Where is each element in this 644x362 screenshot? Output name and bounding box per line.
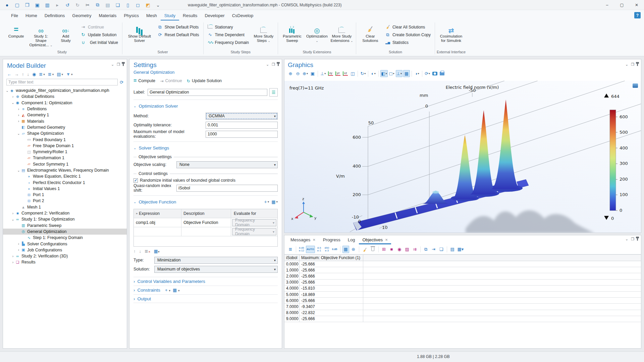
- new-file-icon[interactable]: ▢: [13, 1, 21, 9]
- menu-item-definitions[interactable]: Definitions: [41, 11, 69, 20]
- max-evaluations-input[interactable]: 1000: [206, 131, 278, 138]
- zoom-to-selection-icon[interactable]: ◩: [144, 1, 152, 9]
- close-tab-icon[interactable]: ✕: [385, 238, 388, 242]
- tree-item-shape-optimization[interactable]: ⌄▱Shape Optimization: [3, 130, 127, 136]
- optimality-tolerance-input[interactable]: 0.001: [206, 122, 278, 129]
- objective-row[interactable]: comp1.obj Objective Function Frequency D…: [134, 218, 277, 227]
- get-initial-value-button[interactable]: ∪Get Initial Value: [78, 39, 120, 46]
- tree-item-free-shape-domain-1[interactable]: ▱Free Shape Domain 1: [3, 143, 127, 149]
- table-edit-icon[interactable]: ▦▾: [154, 249, 160, 254]
- tree-item-parametric-sweep[interactable]: ▥Parametric Sweep: [3, 223, 127, 229]
- transparency-icon[interactable]: ◧▾: [380, 70, 387, 77]
- menu-item-csdevelop[interactable]: CsDevelop: [228, 11, 257, 20]
- clear-solutions-button[interactable]: ClearSolutions: [358, 22, 383, 50]
- expander-icon[interactable]: ⌄: [11, 101, 15, 105]
- view-xz-icon[interactable]: xz: [342, 70, 348, 77]
- delete-table-icon[interactable]: [370, 246, 376, 253]
- scene-icon[interactable]: ◐▾: [370, 70, 377, 77]
- tree-item-wave-equation-electric-1[interactable]: ◗Wave Equation, Electric 1: [3, 173, 127, 179]
- tab-log[interactable]: Log: [344, 235, 359, 244]
- expander-icon[interactable]: ⌄: [11, 218, 15, 221]
- tree-item-port-2[interactable]: ⊟Port 2: [3, 198, 127, 204]
- axis-orientation-icon[interactable]: ⊥▾: [396, 70, 402, 77]
- float-panel-icon[interactable]: ❐: [631, 62, 634, 67]
- tree-item-sector-symmetry-1[interactable]: ▱Sector Symmetry 1: [3, 161, 127, 167]
- time-dependent-button[interactable]: ∿Time Dependent: [205, 31, 251, 39]
- expander-icon[interactable]: ⌄: [16, 169, 21, 172]
- table-options-button[interactable]: ▦ ▾: [271, 199, 278, 204]
- objectives-row[interactable]: 6.0000-25.666: [284, 298, 641, 304]
- plot-properties-icon[interactable]: [633, 83, 638, 88]
- parametric-sweep-button[interactable]: ParametricSweep: [280, 22, 305, 50]
- update-icon[interactable]: ⟳▾: [424, 70, 431, 77]
- objective-row-empty[interactable]: Frequency Domain: [134, 227, 277, 236]
- precision-scientific-icon[interactable]: 8.5e-1: [316, 246, 323, 253]
- tree-item-mesh-1[interactable]: ▲Mesh 1: [3, 204, 127, 210]
- move-up-icon[interactable]: ↑: [133, 249, 136, 254]
- tree-item-deformed-geometry[interactable]: ◧Deformed Geometry: [3, 124, 127, 130]
- spiral-plot-icon[interactable]: ◉: [396, 246, 403, 253]
- expander-icon[interactable]: ›: [16, 248, 21, 252]
- menu-item-materials[interactable]: Materials: [95, 11, 120, 20]
- objectives-row[interactable]: 9.0000-25.666: [284, 316, 641, 322]
- optimization-button[interactable]: ◎ Optimization⌄: [305, 22, 329, 50]
- more-study-steps-button[interactable]: More StudySteps ⌄: [251, 22, 276, 50]
- col-description[interactable]: Description: [181, 209, 231, 218]
- collapse-panel-icon[interactable]: ⌄: [111, 62, 114, 67]
- col-evaluate-for[interactable]: Evaluate for: [231, 209, 277, 218]
- show-default-plots-button[interactable]: ⧉Show Default Plots: [155, 23, 202, 31]
- pin-panel-icon[interactable]: [123, 63, 124, 66]
- tree-item-study-2-verification-3d[interactable]: ›∞Study 2: Verification (3D): [3, 253, 127, 259]
- randomize-checkbox-row[interactable]: ✓ Randomize initial values of bounded gl…: [133, 178, 278, 183]
- add-study-button[interactable]: ∞↓ AddStudy: [53, 22, 78, 50]
- show-icon[interactable]: ◉: [32, 72, 36, 77]
- save-icon[interactable]: ▣: [33, 1, 42, 9]
- float-panel-icon[interactable]: ❐: [117, 62, 120, 67]
- model-tree-nodes-icon[interactable]: ▤▾: [57, 72, 63, 77]
- collapse-panel-icon[interactable]: ⌄: [266, 62, 269, 67]
- expander-icon[interactable]: ›: [11, 260, 15, 264]
- toolbar-overflow-icon[interactable]: ⌄: [154, 1, 162, 9]
- zoom-in-icon[interactable]: ⊕: [287, 70, 294, 77]
- add-to-table-icon[interactable]: ⊞: [381, 246, 387, 253]
- statistics-button[interactable]: ▂▅Statistics: [383, 39, 433, 46]
- refresh-icon[interactable]: ⟳: [120, 80, 123, 85]
- menu-item-developer[interactable]: Developer: [201, 11, 228, 20]
- float-panel-icon[interactable]: ❐: [631, 237, 634, 241]
- select-box-icon[interactable]: ◻: [133, 1, 142, 9]
- objectives-row[interactable]: 5.0000-18.869: [284, 292, 641, 298]
- tree-item-geometry-1[interactable]: ›◭Geometry 1: [3, 112, 127, 118]
- menu-item-home[interactable]: Home: [22, 11, 41, 20]
- paste-icon[interactable]: ▤: [103, 1, 112, 9]
- tree-item-study-1-shape-optimization[interactable]: ⌄∞Study 1: Shape Optimization: [3, 216, 127, 222]
- cut-icon[interactable]: ✂: [83, 1, 92, 9]
- expand-all-icon[interactable]: ≣▾: [48, 72, 54, 77]
- reset-default-plots-button[interactable]: ⟳Reset Default Plots: [155, 31, 202, 39]
- clear-all-solutions-button[interactable]: Clear All Solutions: [383, 23, 433, 31]
- objectives-row[interactable]: 1.0000-25.666: [284, 267, 641, 273]
- evaluate-for-dropdown[interactable]: Frequency Domain: [232, 219, 276, 226]
- tree-item-symmetry-roller-1[interactable]: ◫Symmetry/Roller 1: [3, 149, 127, 155]
- settings-update-solution-button[interactable]: ↻Update Solution: [187, 78, 222, 83]
- method-dropdown[interactable]: GCMMA: [206, 113, 278, 120]
- settings-compute-button[interactable]: =Compute: [133, 77, 155, 84]
- polar-view-icon[interactable]: ⊛: [350, 246, 357, 253]
- cell-color-icon[interactable]: ■: [388, 246, 395, 253]
- view-yz-icon[interactable]: yz: [334, 70, 341, 77]
- view-xy-icon[interactable]: xy: [327, 70, 334, 77]
- clear-table-icon[interactable]: ≣✕: [145, 249, 151, 254]
- float-panel-icon[interactable]: ❐: [272, 62, 275, 67]
- numbered-list-icon[interactable]: ≣: [287, 246, 294, 253]
- objectives-col-isobol[interactable]: iSobol: [284, 255, 300, 261]
- collapse-panel-icon[interactable]: ⌄: [625, 62, 628, 67]
- show-default-solver-button[interactable]: Show DefaultSolver: [124, 22, 155, 50]
- objectives-row[interactable]: 0.0000-25.666: [284, 261, 641, 267]
- precision-decimal-icon[interactable]: 0.85: [331, 246, 338, 253]
- objectives-row[interactable]: 4.0000-15.810: [284, 286, 641, 292]
- zoom-box-icon[interactable]: ⊕▾: [302, 70, 309, 77]
- filter-icon[interactable]: ▼▾: [66, 72, 72, 77]
- go-to-default-view-icon[interactable]: ⊥▾: [320, 70, 326, 77]
- rename-icon[interactable]: ☰: [269, 88, 278, 97]
- expander-icon[interactable]: ›: [11, 95, 15, 99]
- expander-icon[interactable]: ›: [16, 107, 21, 111]
